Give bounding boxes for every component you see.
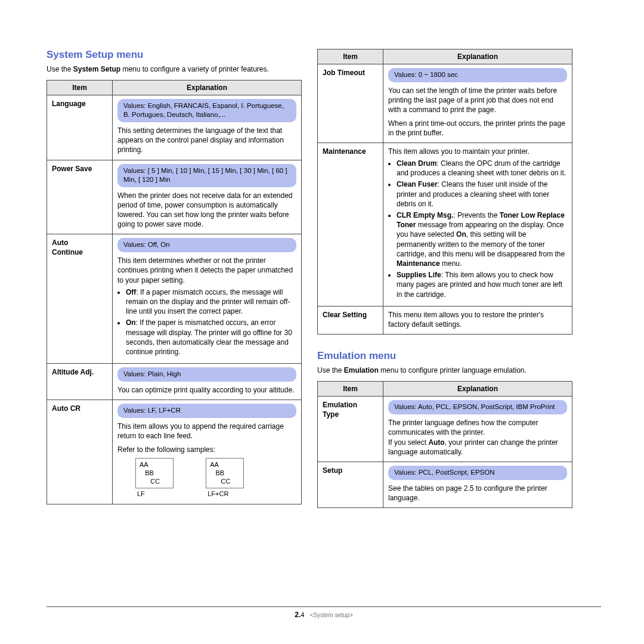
- values-pill: Values: 0 ~ 1800 sec: [388, 68, 567, 82]
- row-altitude: Altitude Adj. Values: Plain, High You ca…: [47, 364, 302, 400]
- explanation-text: See the tables on page 2.5 to configure …: [388, 484, 567, 503]
- bullet-text: : If the paper is mismatched occurs, an …: [126, 318, 292, 356]
- th-item: Item: [318, 382, 383, 397]
- row-maintenance: Maintenance This item allows you to main…: [318, 143, 572, 306]
- values-pill: Values: PCL, PostScript, EPSON: [388, 466, 567, 480]
- explanation-text: You can optimize print quality according…: [117, 385, 296, 395]
- item-label-line1: Emulation: [323, 401, 357, 409]
- bullet-text: : Prevents the: [453, 211, 499, 219]
- item-label: Job Timeout: [318, 64, 383, 143]
- left-column: System Setup menu Use the System Setup m…: [47, 49, 302, 508]
- bullet-text: : If a paper mismatch occurs, the messag…: [126, 288, 290, 315]
- values-pill: Values: English, FRANCAIS, Espanol, I. P…: [117, 99, 296, 122]
- th-explanation: Explanation: [383, 382, 572, 397]
- values-pill: Values: LF, LF+CR: [117, 404, 296, 418]
- explanation-text: If you select Auto, your printer can cha…: [388, 438, 567, 457]
- refer-text: Refer to the following samples:: [117, 445, 296, 454]
- page-number: 4: [301, 611, 304, 618]
- bullet-bold: CLR Empty Msg.: [397, 211, 453, 219]
- row-power-save: Power Save Values: [ 5 ] Min, [ 10 ] Min…: [47, 160, 302, 234]
- chapter-label: <System setup>: [310, 612, 353, 618]
- table-header-row: Item Explanation: [47, 80, 302, 95]
- bullet-bold: Maintenance: [397, 259, 440, 268]
- values-pill: Values: Auto, PCL, EPSON, PostScript, IB…: [388, 400, 567, 414]
- emulation-table: Item Explanation Emulation Type Values: …: [317, 381, 572, 508]
- bullet-bold: On: [456, 230, 466, 239]
- intro-text: Use the: [317, 366, 344, 374]
- explanation-text: When a print time-out occurs, the printe…: [388, 119, 567, 138]
- intro-text-post: menu to configure a variety of printer f…: [120, 65, 269, 73]
- th-item: Item: [47, 80, 113, 95]
- bullet-bold: Clean Fuser: [397, 180, 438, 188]
- sample-lfcr: AA BB CC LF+CR: [206, 458, 244, 499]
- explanation-text: You can set the length of time the print…: [388, 86, 567, 115]
- item-label: Clear Setting: [318, 306, 383, 334]
- explanation-text: This setting determines the language of …: [117, 126, 296, 155]
- sample-label: LF+CR: [208, 490, 244, 499]
- emulation-intro: Use the Emulation menu to configure prin…: [317, 366, 572, 375]
- item-explanation: Values: [ 5 ] Min, [ 10 ] Min, [ 15 ] Mi…: [113, 160, 302, 234]
- row-auto-cr: Auto CR Values: LF, LF+CR This item allo…: [47, 400, 302, 504]
- item-explanation: This item allows you to maintain your pr…: [383, 143, 572, 306]
- item-label-line2: Continue: [52, 248, 83, 256]
- system-setup-table-cont: Item Explanation Job Timeout Values: 0 ~…: [317, 49, 572, 335]
- row-emulation-type: Emulation Type Values: Auto, PCL, EPSON,…: [318, 397, 572, 462]
- list-item: Off: If a paper mismatch occurs, the mes…: [126, 287, 296, 317]
- item-label: Altitude Adj.: [47, 364, 113, 400]
- explanation-text: This item allows you to append the requi…: [117, 422, 296, 441]
- page-number-prefix: 2.: [295, 611, 301, 619]
- item-explanation: Values: PCL, PostScript, EPSON See the t…: [383, 462, 572, 507]
- row-auto-continue: Auto Continue Values: Off, On This item …: [47, 234, 302, 364]
- sample-box: AA BB CC: [135, 458, 174, 488]
- th-explanation: Explanation: [383, 49, 572, 64]
- samples-wrap: AA BB CC LF AA BB CC LF+CR: [117, 458, 296, 499]
- bullet-list: Clean Drum: Cleans the OPC drum of the c…: [388, 159, 567, 299]
- intro-bold: Emulation: [344, 366, 379, 374]
- bullet-list: Off: If a paper mismatch occurs, the mes…: [117, 287, 296, 357]
- item-explanation: This menu item allows you to restore the…: [383, 306, 572, 334]
- emulation-heading: Emulation menu: [317, 350, 572, 362]
- list-item: On: If the paper is mismatched occurs, a…: [126, 318, 296, 357]
- item-explanation: Values: English, FRANCAIS, Espanol, I. P…: [113, 95, 302, 160]
- item-label: Setup: [318, 462, 383, 507]
- samples-row: AA BB CC LF AA BB CC LF+CR: [135, 458, 296, 499]
- values-pill: Values: Plain, High: [117, 367, 296, 382]
- item-label: Emulation Type: [318, 397, 383, 462]
- item-explanation: Values: LF, LF+CR This item allows you t…: [113, 400, 302, 504]
- sample-lf: AA BB CC LF: [135, 458, 174, 499]
- system-setup-intro: Use the System Setup menu to configure a…: [47, 64, 302, 74]
- item-label: Auto Continue: [47, 234, 113, 364]
- th-item: Item: [318, 49, 383, 64]
- row-language: Language Values: English, FRANCAIS, Espa…: [47, 95, 302, 160]
- item-label-line1: Auto: [52, 239, 68, 247]
- values-pill: Values: [ 5 ] Min, [ 10 ] Min, [ 15 ] Mi…: [117, 164, 296, 187]
- list-item: Supplies Life: This item allows you to c…: [397, 270, 567, 299]
- item-label: Auto CR: [47, 400, 113, 504]
- text-bold: Auto: [428, 438, 444, 447]
- table-header-row: Item Explanation: [318, 382, 572, 397]
- bullet-bold: Clean Drum: [397, 159, 436, 168]
- row-clear-setting: Clear Setting This menu item allows you …: [318, 306, 572, 334]
- item-explanation: Values: 0 ~ 1800 sec You can set the len…: [383, 64, 572, 143]
- bullet-bold: On: [126, 318, 136, 327]
- row-setup: Setup Values: PCL, PostScript, EPSON See…: [318, 462, 572, 507]
- right-column: Item Explanation Job Timeout Values: 0 ~…: [317, 49, 572, 508]
- item-label: Power Save: [47, 160, 113, 234]
- explanation-text: This menu item allows you to restore the…: [388, 310, 567, 329]
- bullet-bold: Supplies Life: [397, 271, 441, 279]
- page-footer: 2.4 <System setup>: [47, 606, 601, 619]
- list-item: CLR Empty Msg.: Prevents the Toner Low R…: [397, 210, 567, 268]
- intro-text: Use the: [47, 65, 73, 73]
- th-explanation: Explanation: [113, 80, 302, 95]
- item-explanation: Values: Off, On This item determines whe…: [113, 234, 302, 364]
- manual-page: System Setup menu Use the System Setup m…: [0, 0, 644, 644]
- text-pre: If you select: [388, 438, 428, 447]
- explanation-text: This item allows you to maintain your pr…: [388, 147, 567, 156]
- bullet-text: menu.: [440, 259, 462, 268]
- explanation-text: The printer language defines how the com…: [388, 418, 567, 437]
- list-item: Clean Fuser: Cleans the fuser unit insid…: [397, 179, 567, 209]
- item-explanation: Values: Auto, PCL, EPSON, PostScript, IB…: [383, 397, 572, 462]
- sample-box: AA BB CC: [206, 458, 244, 488]
- system-setup-table: Item Explanation Language Values: Englis…: [47, 80, 302, 504]
- table-header-row: Item Explanation: [318, 49, 572, 64]
